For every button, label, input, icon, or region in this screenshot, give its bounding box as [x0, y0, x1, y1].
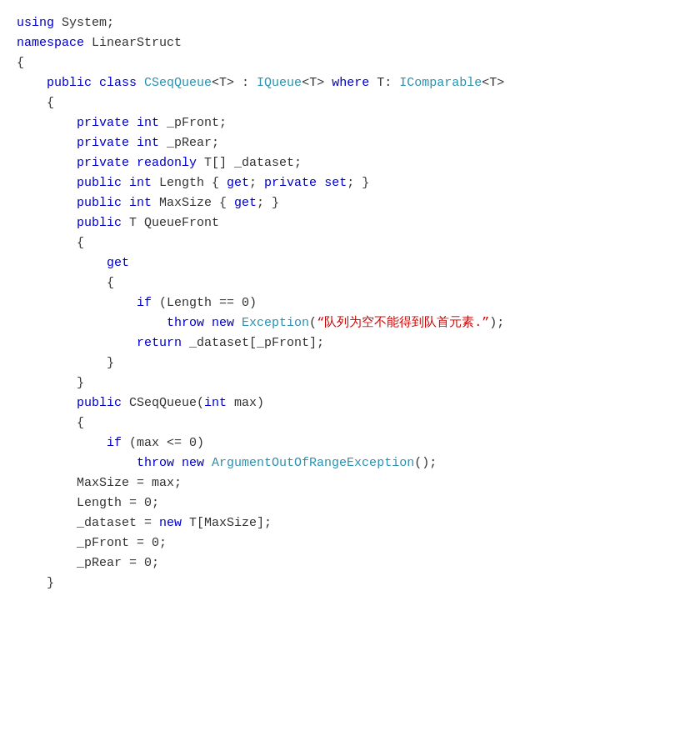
token-plain: System; [54, 16, 114, 30]
token-type: CSeqQueue [144, 76, 212, 90]
token-plain [17, 176, 77, 190]
token-plain [129, 136, 137, 150]
code-line: Length = 0; [17, 493, 683, 513]
token-plain: Length = 0; [17, 496, 159, 510]
token-kw: new [182, 456, 204, 470]
token-kw: private [77, 136, 129, 150]
code-line: _dataset = new T[MaxSize]; [17, 513, 683, 533]
token-kw: set [324, 176, 347, 190]
token-plain: ( [309, 316, 317, 330]
token-kw: namespace [17, 36, 84, 50]
token-type: IComparable [399, 76, 482, 90]
code-line: private int _pRear; [17, 133, 683, 153]
code-line: { [17, 233, 683, 253]
code-line: throw new ArgumentOutOfRangeException(); [17, 453, 683, 473]
code-container: using System;namespace LinearStruct{ pub… [0, 0, 700, 756]
token-kw: class [99, 76, 137, 90]
token-plain: max) [227, 396, 264, 410]
token-plain [204, 316, 212, 330]
token-plain [17, 116, 77, 130]
token-plain: MaxSize { [152, 196, 234, 210]
token-plain [17, 76, 47, 90]
token-plain: } [17, 356, 114, 370]
token-plain: Length { [152, 176, 227, 190]
token-plain: _dataset = [17, 516, 159, 530]
token-plain: _dataset[_pFront]; [182, 336, 324, 350]
token-plain [129, 116, 137, 130]
token-plain: _pFront; [159, 116, 227, 130]
code-line: _pRear = 0; [17, 553, 683, 573]
token-kw: readonly [137, 156, 197, 170]
token-plain: LinearStruct [84, 36, 182, 50]
code-line: return _dataset[_pFront]; [17, 333, 683, 353]
token-plain: T[MaxSize]; [182, 516, 272, 530]
token-plain: ; [249, 176, 264, 190]
token-kw: if [137, 296, 152, 310]
token-kw: private [264, 176, 317, 190]
code-line: _pFront = 0; [17, 533, 683, 553]
token-plain: <T> [302, 76, 332, 90]
token-plain: MaxSize = max; [17, 476, 182, 490]
token-plain [234, 316, 242, 330]
token-plain: <T> : [212, 76, 257, 90]
token-plain [174, 456, 182, 470]
token-plain [17, 136, 77, 150]
code-line: { [17, 413, 683, 433]
code-line: MaxSize = max; [17, 473, 683, 493]
token-str: “队列为空不能得到队首元素.” [317, 316, 489, 330]
token-plain: _pRear = 0; [17, 556, 159, 570]
code-line: throw new Exception(“队列为空不能得到队首元素.”); [17, 313, 683, 333]
token-plain: ; } [347, 176, 369, 190]
token-kw: public [77, 196, 122, 210]
code-line: public T QueueFront [17, 213, 683, 233]
token-plain [204, 456, 212, 470]
token-plain: (Length == 0) [152, 296, 257, 310]
token-plain [122, 196, 129, 210]
token-plain [92, 76, 99, 90]
code-line: } [17, 573, 683, 593]
code-line: if (Length == 0) [17, 293, 683, 313]
token-plain [17, 316, 167, 330]
token-plain [317, 176, 324, 190]
token-kw: private [77, 156, 129, 170]
token-plain [122, 176, 129, 190]
code-line: { [17, 93, 683, 113]
token-type: Exception [242, 316, 309, 330]
token-plain [17, 296, 137, 310]
token-kw: if [107, 436, 122, 450]
token-plain: T[] _dataset; [197, 156, 302, 170]
token-plain [137, 76, 144, 90]
token-plain [17, 216, 77, 230]
token-plain: T: [369, 76, 399, 90]
token-kw: public [47, 76, 92, 90]
token-plain: { [17, 96, 54, 110]
code-line: public int Length { get; private set; } [17, 173, 683, 193]
token-plain: CSeqQueue( [122, 396, 204, 410]
token-plain: T QueueFront [122, 216, 219, 230]
token-kw: get [227, 176, 249, 190]
token-plain: } [17, 576, 54, 590]
token-kw: return [137, 336, 182, 350]
code-line: namespace LinearStruct [17, 33, 683, 53]
code-line: public int MaxSize { get; } [17, 193, 683, 213]
token-kw: new [212, 316, 234, 330]
token-plain: <T> [482, 76, 504, 90]
token-kw: private [77, 116, 129, 130]
token-plain [129, 156, 137, 170]
token-kw: public [77, 216, 122, 230]
code-line: private readonly T[] _dataset; [17, 153, 683, 173]
code-line: private int _pFront; [17, 113, 683, 133]
token-plain [17, 456, 137, 470]
token-kw: get [234, 196, 257, 210]
token-kw: throw [167, 316, 204, 330]
token-plain [17, 256, 107, 270]
code-line: { [17, 273, 683, 293]
token-plain: ); [489, 316, 504, 330]
token-kw: int [137, 136, 159, 150]
code-line: } [17, 353, 683, 373]
code-line: using System; [17, 13, 683, 33]
token-plain [17, 196, 77, 210]
code-line: if (max <= 0) [17, 433, 683, 453]
code-block: using System;namespace LinearStruct{ pub… [17, 13, 683, 593]
token-plain: { [17, 56, 24, 70]
